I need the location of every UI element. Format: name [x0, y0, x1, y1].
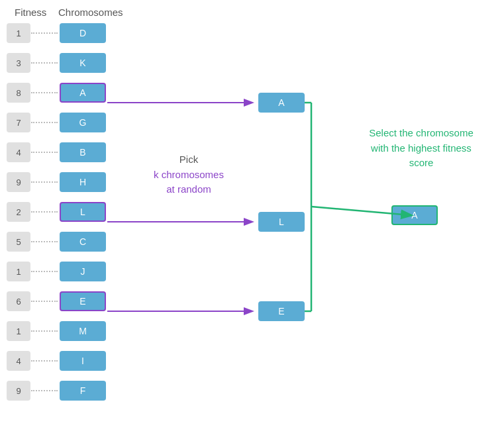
diagram-container: Fitness Chromosomes Pick k chromosomes a…: [0, 0, 504, 439]
dotted-line-1: [31, 62, 58, 64]
dotted-line-8: [31, 271, 58, 272]
result-label: A: [411, 210, 417, 220]
header-fitness: Fitness: [15, 7, 46, 18]
chrom-box-m: M: [60, 321, 106, 341]
chrom-box-l: L: [60, 202, 106, 222]
dotted-line-12: [31, 390, 58, 391]
fitness-value-12: 9: [7, 381, 30, 401]
chrom-box-j: J: [60, 262, 106, 281]
dotted-line-7: [31, 241, 58, 242]
chrom-box-g: G: [60, 113, 106, 132]
chrom-box-h: H: [60, 172, 106, 192]
chrom-box-b: B: [60, 142, 106, 162]
fitness-value-0: 1: [7, 23, 30, 43]
fitness-value-8: 1: [7, 262, 30, 281]
fitness-value-9: 6: [7, 291, 30, 311]
header-chromosomes: Chromosomes: [58, 7, 123, 18]
mid-chrom-A: A: [258, 93, 305, 113]
select-text: Select the chromosome with the highest f…: [368, 126, 474, 171]
fitness-value-7: 5: [7, 232, 30, 252]
dotted-line-4: [31, 152, 58, 153]
fitness-value-3: 7: [7, 113, 30, 132]
mid-chrom-E: E: [258, 301, 305, 321]
fitness-value-1: 3: [7, 53, 30, 73]
dotted-line-10: [31, 330, 58, 332]
fitness-value-2: 8: [7, 83, 30, 103]
chrom-box-f: F: [60, 381, 106, 401]
dotted-line-6: [31, 211, 58, 213]
dotted-line-3: [31, 122, 58, 123]
chrom-box-c: C: [60, 232, 106, 252]
mid-chrom-L: L: [258, 212, 305, 232]
result-box: A: [391, 205, 438, 225]
chrom-box-i: I: [60, 351, 106, 371]
chrom-box-k: K: [60, 53, 106, 73]
fitness-value-6: 2: [7, 202, 30, 222]
chrom-box-d: D: [60, 23, 106, 43]
dotted-line-5: [31, 181, 58, 183]
chrom-box-a: A: [60, 83, 106, 103]
dotted-line-11: [31, 360, 58, 362]
fitness-value-5: 9: [7, 172, 30, 192]
fitness-value-11: 4: [7, 351, 30, 371]
dotted-line-9: [31, 301, 58, 302]
dotted-line-0: [31, 32, 58, 34]
chrom-box-e: E: [60, 291, 106, 311]
pick-text: Pick k chromosomes at random: [146, 152, 232, 197]
fitness-value-4: 4: [7, 142, 30, 162]
dotted-line-2: [31, 92, 58, 93]
fitness-value-10: 1: [7, 321, 30, 341]
